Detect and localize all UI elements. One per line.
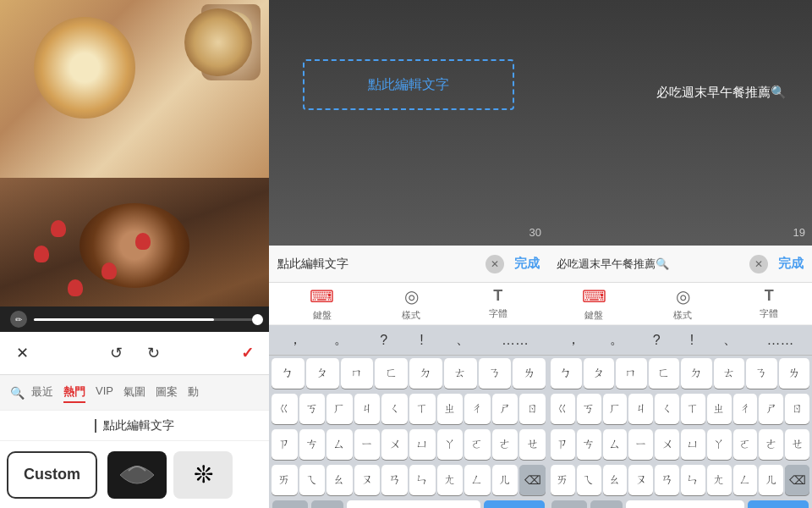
right-key-zhi[interactable]: ㄓ — [707, 394, 732, 424]
center-edit-done-button[interactable]: 完成 — [514, 256, 540, 272]
key-ei[interactable]: ㄟ — [299, 465, 326, 495]
right-key-si[interactable]: ㄙ — [603, 429, 628, 460]
key-le[interactable]: ㄌ — [513, 358, 546, 389]
cancel-button[interactable]: ✕ — [10, 341, 34, 365]
right-key-bo[interactable]: ㄅ — [551, 358, 582, 389]
key-ang[interactable]: ㄤ — [437, 465, 464, 495]
right-key-zi[interactable]: ㄗ — [551, 429, 575, 460]
text-edit-box[interactable]: 點此編輯文字 — [303, 59, 514, 110]
slider-track[interactable] — [34, 318, 259, 321]
right-key-qi[interactable]: ㄑ — [655, 394, 679, 424]
right-edit-done-button[interactable]: 完成 — [778, 256, 804, 272]
right-key-chi[interactable]: ㄔ — [733, 394, 758, 424]
key-te[interactable]: ㄊ — [444, 358, 477, 389]
key-return-right[interactable]: 完成 — [748, 500, 809, 508]
right-key-o[interactable]: ㄛ — [733, 429, 758, 460]
key-emoji-right[interactable]: 🙂 — [590, 500, 623, 508]
right-key-ne[interactable]: ㄋ — [746, 358, 777, 389]
key-en[interactable]: ㄣ — [409, 465, 436, 495]
right-key-ke[interactable]: ㄎ — [577, 394, 601, 424]
key-yu[interactable]: ㄩ — [409, 429, 436, 460]
right-key-ang[interactable]: ㄤ — [707, 465, 732, 495]
key-zhi[interactable]: ㄓ — [437, 394, 464, 424]
key-backspace-right[interactable]: ⌫ — [785, 465, 809, 495]
key-si[interactable]: ㄙ — [326, 429, 353, 460]
right-key-er[interactable]: ㄦ — [759, 465, 783, 495]
punct-exclaim[interactable]: ! — [413, 329, 430, 351]
key-ke[interactable]: ㄎ — [299, 394, 326, 424]
center-edit-close-button[interactable]: ✕ — [486, 255, 504, 273]
right-key-mo[interactable]: ㄇ — [616, 358, 647, 389]
right-key-de[interactable]: ㄉ — [681, 358, 712, 389]
right-key-ai[interactable]: ㄞ — [551, 465, 575, 495]
custom-sticker-button[interactable]: Custom — [7, 451, 97, 499]
key-o[interactable]: ㄛ — [464, 429, 491, 460]
sticker-thumb-2[interactable]: ❊ — [173, 451, 233, 499]
key-de[interactable]: ㄉ — [409, 358, 442, 389]
key-emoji-center[interactable]: 🙂 — [311, 500, 343, 508]
right-key-ou[interactable]: ㄡ — [628, 465, 653, 495]
filter-tab-recent[interactable]: 最近 — [31, 383, 53, 403]
filter-tab-anim[interactable]: 動 — [188, 383, 199, 403]
text-banner[interactable]: 點此編輯文字 — [0, 410, 269, 440]
right-key-le[interactable]: ㄌ — [779, 358, 810, 389]
punct-comma[interactable]: ， — [282, 328, 309, 352]
key-return-center[interactable]: 完成 — [484, 500, 545, 508]
key-a[interactable]: ㄚ — [437, 429, 464, 460]
key-ci[interactable]: ㄘ — [299, 429, 326, 460]
right-tool-font[interactable]: T 字體 — [760, 287, 778, 320]
redo-button[interactable]: ↻ — [141, 341, 165, 365]
key-ne[interactable]: ㄋ — [479, 358, 512, 389]
filter-tab-popular[interactable]: 熱門 — [63, 383, 85, 403]
key-zi[interactable]: ㄗ — [272, 429, 298, 460]
punct-pause[interactable]: 、 — [449, 328, 476, 352]
punct-ellipsis[interactable]: …… — [495, 329, 535, 351]
right-tool-keyboard[interactable]: ⌨ 鍵盤 — [582, 286, 606, 322]
key-wu[interactable]: ㄨ — [381, 429, 408, 460]
key-ji[interactable]: ㄐ — [354, 394, 381, 424]
key-chi[interactable]: ㄔ — [464, 394, 491, 424]
right-key-ci[interactable]: ㄘ — [577, 429, 601, 460]
right-punct-comma[interactable]: ， — [560, 328, 587, 352]
key-eng[interactable]: ㄥ — [464, 465, 491, 495]
key-shi[interactable]: ㄕ — [492, 394, 518, 424]
right-key-fo[interactable]: ㄈ — [649, 358, 680, 389]
key-yi[interactable]: ㄧ — [354, 429, 381, 460]
right-key-po[interactable]: ㄆ — [584, 358, 615, 389]
key-qi[interactable]: ㄑ — [381, 394, 408, 424]
key-ge[interactable]: ㄍ — [272, 394, 298, 424]
right-key-a[interactable]: ㄚ — [707, 429, 732, 460]
key-123-right[interactable]: 123 — [551, 500, 587, 508]
right-key-ji[interactable]: ㄐ — [628, 394, 653, 424]
right-punct-exclaim[interactable]: ! — [683, 329, 700, 351]
right-key-ri[interactable]: ㄖ — [785, 394, 809, 424]
sticker-thumb-1[interactable] — [107, 451, 167, 499]
filter-tab-vip[interactable]: VIP — [96, 383, 113, 403]
key-backspace-center[interactable]: ⌫ — [519, 465, 546, 495]
filter-tab-mood[interactable]: 氣圍 — [123, 383, 145, 403]
right-punct-ellipsis[interactable]: …… — [760, 329, 800, 351]
undo-button[interactable]: ↺ — [104, 341, 128, 365]
key-ri[interactable]: ㄖ — [519, 394, 546, 424]
key-po[interactable]: ㄆ — [306, 358, 339, 389]
key-an[interactable]: ㄢ — [381, 465, 408, 495]
center-tool-font[interactable]: T 字體 — [489, 287, 508, 320]
key-er[interactable]: ㄦ — [492, 465, 518, 495]
right-key-wu[interactable]: ㄨ — [655, 429, 679, 460]
confirm-button[interactable]: ✓ — [235, 341, 259, 365]
right-key-yi[interactable]: ㄧ — [628, 429, 653, 460]
key-xi[interactable]: ㄒ — [409, 394, 436, 424]
key-ou[interactable]: ㄡ — [354, 465, 381, 495]
center-tool-keyboard[interactable]: ⌨ 鍵盤 — [310, 286, 334, 322]
right-key-en[interactable]: ㄣ — [681, 465, 705, 495]
right-key-e[interactable]: ㄜ — [759, 429, 783, 460]
right-punct-question[interactable]: ? — [646, 329, 667, 351]
key-space-center[interactable]: 空格 — [347, 500, 480, 508]
right-key-eh[interactable]: ㄝ — [785, 429, 809, 460]
punct-question[interactable]: ? — [373, 329, 394, 351]
key-ai[interactable]: ㄞ — [272, 465, 298, 495]
key-fo[interactable]: ㄈ — [375, 358, 408, 389]
filter-tab-pattern[interactable]: 圖案 — [156, 383, 178, 403]
right-punct-period[interactable]: 。 — [603, 328, 630, 352]
right-tool-style[interactable]: ◎ 樣式 — [673, 286, 692, 322]
